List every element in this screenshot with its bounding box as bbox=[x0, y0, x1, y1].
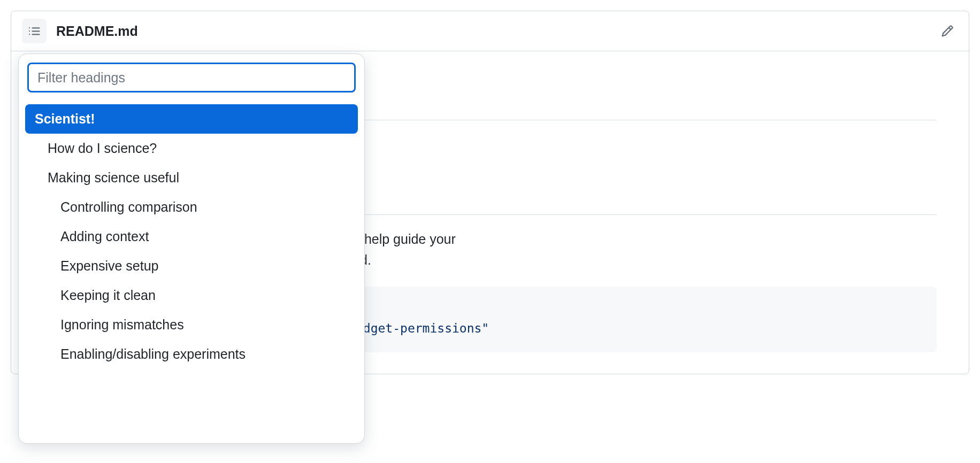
list-icon bbox=[28, 25, 41, 37]
toc-popover: Scientist!How do I science?Making scienc… bbox=[18, 53, 365, 444]
edit-button[interactable] bbox=[937, 20, 958, 42]
toc-item[interactable]: Controlling comparison bbox=[25, 192, 358, 222]
toc-filter-input[interactable] bbox=[27, 63, 356, 92]
toc-search-wrap bbox=[19, 54, 364, 101]
toc-item[interactable]: Ignoring mismatches bbox=[25, 310, 358, 339]
panel-header: README.md bbox=[11, 11, 969, 51]
toc-toggle-button[interactable] bbox=[22, 19, 47, 43]
pencil-icon bbox=[941, 25, 954, 37]
toc-list[interactable]: Scientist!How do I science?Making scienc… bbox=[19, 101, 364, 443]
toc-item[interactable]: How do I science? bbox=[25, 134, 358, 163]
filename: README.md bbox=[56, 24, 138, 39]
toc-item[interactable]: Adding context bbox=[25, 222, 358, 251]
toc-item[interactable]: Keeping it clean bbox=[25, 281, 358, 310]
toc-item[interactable]: Expensive setup bbox=[25, 251, 358, 281]
toc-item[interactable]: Scientist! bbox=[25, 104, 358, 134]
toc-item[interactable]: Making science useful bbox=[25, 163, 358, 192]
toc-item[interactable]: Enabling/disabling experiments bbox=[25, 339, 358, 369]
